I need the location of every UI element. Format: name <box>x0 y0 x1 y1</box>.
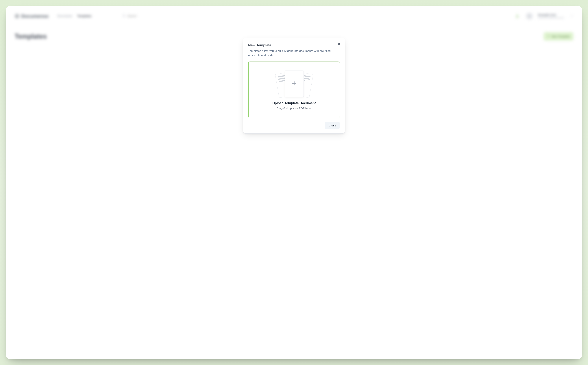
doc-page-center <box>285 70 304 97</box>
upload-hint: Drag & drop your PDF here. <box>277 107 312 110</box>
modal-overlay[interactable]: New Template Templates allow you to quic… <box>6 6 582 359</box>
modal-actions: Close <box>248 122 340 129</box>
modal-description: Templates allow you to quickly generate … <box>248 49 340 57</box>
plus-icon <box>291 80 297 87</box>
close-icon[interactable] <box>337 42 342 47</box>
documents-illustration <box>276 70 312 99</box>
upload-title: Upload Template Document <box>272 101 316 105</box>
close-button[interactable]: Close <box>325 122 340 129</box>
app-window: Documenso Documents Templates Example Us… <box>6 6 582 359</box>
upload-dropzone[interactable]: Upload Template Document Drag & drop you… <box>248 61 340 118</box>
new-template-modal: New Template Templates allow you to quic… <box>243 38 345 133</box>
modal-title: New Template <box>248 43 340 47</box>
